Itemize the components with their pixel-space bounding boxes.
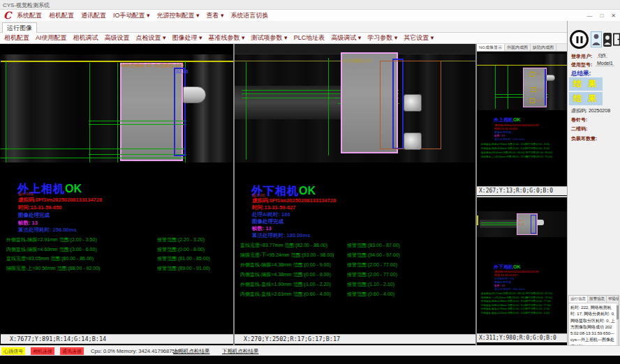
thumb-divider bbox=[477, 196, 567, 197]
marker-value: 2.91 bbox=[536, 73, 540, 75]
green-line bbox=[1, 149, 186, 149]
lower-camera-image[interactable]: AI识别阈值:100 bbox=[235, 44, 475, 162]
alarm-range: 报警范围:(81.00 - 85.00) bbox=[157, 255, 210, 262]
lower-camera-thumbnail[interactable]: 83.77 95.24 bbox=[477, 211, 567, 237]
status-ok: OK bbox=[65, 183, 82, 195]
lower-camera-check-link[interactable]: 下相机点检结果 bbox=[222, 348, 259, 355]
app-logo-icon: C bbox=[3, 10, 11, 21]
baseline-yellow-line bbox=[477, 65, 567, 66]
comm-link-badge: 通讯连接 bbox=[60, 347, 84, 355]
pixel-coordinate-bar: X:267;Y:13;R:0;G:0;B:0 bbox=[477, 186, 567, 195]
ai-threshold-annotation: AI静态阈值:93, 动态阈值:100 bbox=[121, 62, 184, 69]
tab-connector bbox=[538, 220, 544, 225]
upper-camera-check-link[interactable]: 上相机点检结果 bbox=[173, 348, 210, 355]
measurement-row: 内侧直线-直线=2.61mm 范围:(0.60 - 4.00)报警范围:(0.6… bbox=[235, 291, 475, 298]
tab-defect-view[interactable]: 缺陷内成图 bbox=[531, 44, 556, 51]
measurement-value: 外侧直线-直线=1.90mm 范围:(1.00 - 2.20) bbox=[481, 308, 526, 310]
measurement-value: 外侧直线-隔膜=4.38mm 范围:(0.00 - 9.00) bbox=[240, 261, 331, 268]
measurement-value: 直线宽度=83.77mm 范围:(82.00 - 88.00) bbox=[481, 292, 525, 295]
pause-icon bbox=[576, 36, 582, 43]
measure-blue-rect bbox=[531, 215, 536, 234]
ai-threshold-annotation: AI识别阈值:100 bbox=[342, 58, 371, 64]
tool-spot-check[interactable]: 点检设置 ▾ bbox=[136, 33, 166, 43]
model-label: 使用型号: bbox=[571, 61, 592, 68]
algorithm-elapsed: 算法处理耗时: 180.00ms bbox=[252, 232, 310, 239]
alarm-range: 报警范围:(2.00 - 77.00) bbox=[526, 304, 551, 307]
capture-time: 时间:13-31-59-650 bbox=[18, 204, 62, 211]
green-line bbox=[495, 66, 496, 109]
login-user-value[interactable]: cys bbox=[597, 52, 607, 58]
user-icon bbox=[591, 32, 601, 47]
mini-camera-title: 外上相机OK bbox=[494, 116, 521, 123]
main-area: AI静态阈值:93, 动态阈值:100 82,88 外上相机OK 输出:0011… bbox=[0, 44, 567, 345]
menu-item-system-config[interactable]: 系统配置 bbox=[17, 11, 42, 20]
baseline-yellow-line bbox=[1, 61, 233, 62]
menu-item-view[interactable]: 查看 ▾ bbox=[207, 11, 224, 20]
tool-other-settings[interactable]: 其它设置 ▾ bbox=[404, 33, 434, 43]
tool-ai-use-config[interactable]: AI使用配置 bbox=[36, 33, 67, 43]
menu-item-light-control-config[interactable]: 光源控制配置 ▾ bbox=[157, 11, 200, 20]
virtual-code-label: 虚拟码: 20250208 bbox=[571, 107, 610, 114]
tool-test-params[interactable]: 测试项参数 ▾ bbox=[251, 33, 288, 43]
tool-plc-address[interactable]: PLC地址表 bbox=[294, 33, 325, 43]
menu-item-camera-config[interactable]: 相机配置 bbox=[49, 11, 74, 20]
tool-image-processing[interactable]: 图像处理 ▾ bbox=[172, 33, 202, 43]
alarm-range: 报警范围:(0.00 - 8.00) bbox=[157, 246, 205, 253]
code-label: 虚拟码: bbox=[571, 108, 587, 113]
exit-button[interactable] bbox=[612, 31, 620, 47]
tool-learning-params[interactable]: 学习参数 ▾ bbox=[367, 33, 397, 43]
tool-advanced-debug[interactable]: 高级调试 ▾ bbox=[331, 33, 361, 43]
upper-camera-thumbnail[interactable]: 2.91 4.60 90.56 bbox=[477, 54, 567, 110]
tool-camera-config[interactable]: 相机配置 bbox=[4, 33, 29, 43]
tool-advanced-settings[interactable]: 高级设置 bbox=[105, 33, 130, 43]
tab-help-info[interactable]: 帮助信息 bbox=[607, 296, 619, 303]
tool-baseline-params[interactable]: 基准线参数 ▾ bbox=[209, 33, 245, 43]
login-user-label: 登录用户: bbox=[571, 53, 592, 60]
yellow-tick bbox=[477, 215, 478, 225]
green-line bbox=[89, 154, 186, 155]
alarm-range: 报警范围:(0.60 - 4.00) bbox=[347, 291, 394, 298]
info-panel: 运行信息 报警信息 帮助信息 耗时: 222, 网络检测耗时: 17, 网络分类… bbox=[568, 295, 619, 349]
measurement-value: 内侧直线-隔膜=4.60mm 范围:(3.00 - 6.00) bbox=[6, 246, 97, 253]
measurement-row: 内侧直线-直线=2.61mm 范围:(0.60 - 4.00)报警范围:(0.6… bbox=[477, 312, 567, 315]
tab-ng-display[interactable]: NG成像显示 bbox=[477, 44, 505, 51]
defect-marker-box bbox=[531, 87, 536, 92]
maximize-icon[interactable]: □ bbox=[600, 13, 603, 19]
measurement-row: 内侧直线-隔膜=4.38mm 范围:(0.00 - 9.00)报警范围:(2.0… bbox=[235, 271, 475, 278]
menu-item-language-switch[interactable]: 系统语言切换 bbox=[231, 11, 269, 20]
upper-camera-image[interactable]: AI静态阈值:93, 动态阈值:100 82,88 bbox=[1, 54, 233, 162]
menu-item-comm-config[interactable]: 通讯配置 bbox=[81, 11, 106, 20]
close-icon[interactable]: ✕ bbox=[611, 13, 616, 19]
ng-display-column: NG成像显示 外观内成图 缺陷内成图 2.91 4.60 90.56 bbox=[477, 44, 567, 345]
minimize-icon[interactable]: — bbox=[586, 13, 592, 19]
measurement-value: 内侧直线-隔膜=4.38mm 范围:(0.00 - 9.00) bbox=[240, 271, 331, 278]
measurement-row: 外侧直线-直线=1.90mm 范围:(1.00 - 2.20)报警范围:(1.1… bbox=[477, 308, 567, 311]
tab-outer-view[interactable]: 外观内成图 bbox=[505, 44, 531, 51]
pause-button[interactable] bbox=[570, 30, 589, 49]
menu-item-io-manual-config[interactable]: IO手动配置 ▾ bbox=[113, 11, 150, 20]
run-info-log: 耗时: 222, 网络检测耗时: 17, 网络分类耗时: 0, 网络提取分区耗时… bbox=[569, 303, 619, 349]
alarm-range: 报警范围:(89.00 - 91.00) bbox=[157, 265, 210, 272]
green-line bbox=[89, 63, 90, 162]
tab-run-info[interactable]: 运行信息 bbox=[569, 296, 588, 303]
measurement-value: 外侧直线-隔膜=2.91mm 范围:(2.00 - 3.50) bbox=[481, 143, 526, 146]
tool-camera-debug[interactable]: 相机调试 bbox=[73, 33, 98, 43]
alarm-range: 报警范围:(1.10 - 2.10) bbox=[526, 308, 549, 310]
camera-name: 外上相机 bbox=[494, 117, 513, 122]
tab-alarm-info[interactable]: 报警信息 bbox=[588, 296, 607, 303]
processing-done: 图像处理完成 bbox=[18, 212, 50, 219]
model-value[interactable]: Model1 bbox=[596, 61, 614, 66]
measurement-row: 外侧直线-隔膜=4.38mm 范围:(0.00 - 9.00)报警范围:(2.0… bbox=[477, 300, 567, 303]
green-line bbox=[6, 61, 6, 162]
status-ok: OK bbox=[513, 264, 521, 269]
operator-button[interactable] bbox=[603, 33, 612, 47]
tab-run-image[interactable]: 运行图像 bbox=[2, 22, 37, 33]
info-scrollbar[interactable] bbox=[617, 303, 619, 348]
alarm-range: 报警范围:(89.00 - 91.00) bbox=[526, 156, 552, 158]
cpu-memory-status: Cpu: 0.0% Memory: 3424.41796875M bbox=[91, 348, 179, 354]
login-user-button[interactable] bbox=[591, 31, 602, 47]
measurement-row: 内侧直线-隔膜=4.60mm 范围:(3.00 - 6.00)报警范围:(0.0… bbox=[1, 246, 233, 253]
green-line bbox=[1, 158, 186, 158]
exit-door-icon bbox=[612, 31, 620, 47]
window-controls: — □ ✕ bbox=[586, 10, 616, 21]
